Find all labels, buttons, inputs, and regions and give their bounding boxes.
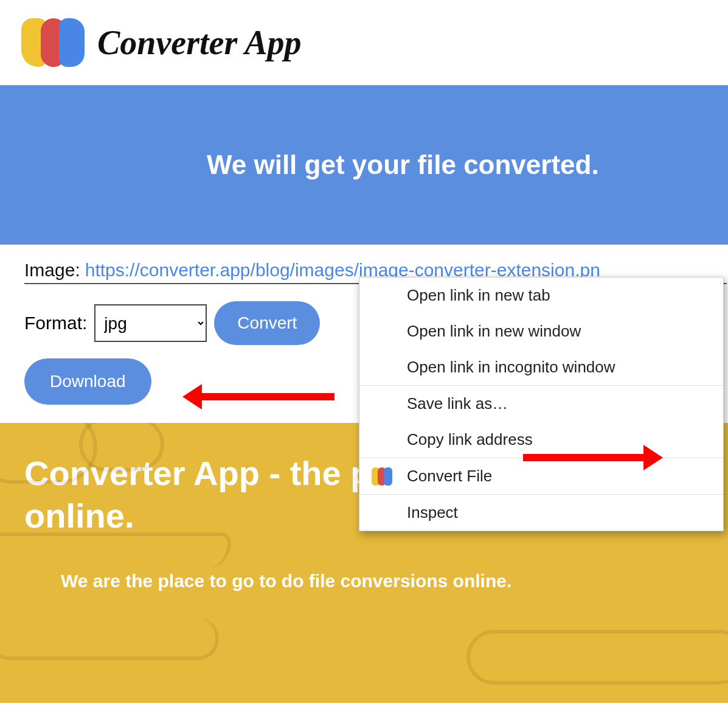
annotation-arrow-icon xyxy=(201,393,335,400)
image-label: Image: xyxy=(24,260,80,281)
decorative-line-icon xyxy=(0,532,231,569)
context-menu-save-link-as[interactable]: Save link as… xyxy=(359,385,723,422)
app-header: Converter App xyxy=(0,0,728,85)
decorative-cloud-icon xyxy=(79,423,164,472)
app-logo-text: Converter App xyxy=(97,23,301,62)
app-logo-icon xyxy=(21,18,85,67)
context-menu: Open link in new tab Open link in new wi… xyxy=(359,277,724,531)
hero-headline: We will get your file converted. xyxy=(207,150,599,180)
format-label: Format: xyxy=(24,313,87,333)
convert-button[interactable]: Convert xyxy=(214,301,320,345)
context-menu-open-new-tab[interactable]: Open link in new tab xyxy=(359,277,723,313)
context-menu-copy-link-address[interactable]: Copy link address xyxy=(359,422,723,458)
download-button[interactable]: Download xyxy=(24,358,151,405)
about-subtitle: We are the place to go to do file conver… xyxy=(24,571,704,591)
annotation-arrow-icon xyxy=(523,454,645,461)
hero-banner: We will get your file converted. xyxy=(0,85,728,245)
decorative-line-icon xyxy=(0,618,219,660)
context-menu-convert-file-label: Convert File xyxy=(407,467,492,485)
format-select[interactable]: jpg xyxy=(94,304,207,342)
context-menu-convert-file[interactable]: Convert File xyxy=(359,458,723,494)
context-menu-open-incognito[interactable]: Open link in incognito window xyxy=(359,349,723,385)
context-menu-inspect[interactable]: Inspect xyxy=(359,494,723,531)
decorative-line-icon xyxy=(466,630,728,685)
converter-app-icon xyxy=(372,467,393,486)
context-menu-open-new-window[interactable]: Open link in new window xyxy=(359,313,723,349)
